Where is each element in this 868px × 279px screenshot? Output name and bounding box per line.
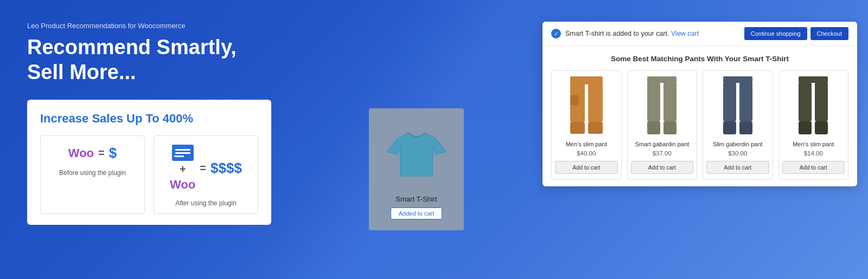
after-formula: + Woo = $$$$ bbox=[170, 145, 242, 192]
sales-card: Increase Sales Up To 400% Woo = $ Before… bbox=[27, 100, 271, 225]
after-label: After using the plugin bbox=[175, 199, 237, 207]
headline-line1: Recommend Smartly, bbox=[27, 36, 237, 59]
after-woo-text: Woo bbox=[170, 178, 195, 192]
after-result: $$$$ bbox=[210, 160, 242, 177]
icon-bar-1 bbox=[175, 149, 190, 151]
before-formula: Woo = $ bbox=[68, 145, 117, 161]
before-operator: = bbox=[98, 147, 105, 159]
before-label: Before using the plugin bbox=[59, 169, 126, 177]
after-equals: = bbox=[200, 162, 206, 174]
before-box: Woo = $ Before using the plugin bbox=[40, 135, 145, 214]
center-product-card: Smart T-Shirt Added to cart bbox=[369, 108, 464, 230]
sales-card-title: Increase Sales Up To 400% bbox=[40, 112, 258, 126]
plugin-icon bbox=[172, 145, 194, 161]
tshirt-svg bbox=[384, 122, 449, 187]
icon-bar-3 bbox=[174, 155, 184, 157]
before-result: $ bbox=[109, 145, 117, 161]
added-to-cart-button[interactable]: Added to cart bbox=[391, 207, 442, 219]
headline-line2: Sell More... bbox=[27, 61, 136, 83]
product-card-inner: Smart T-Shirt Added to cart bbox=[369, 108, 464, 230]
headline: Recommend Smartly, Sell More... bbox=[27, 35, 298, 85]
plus-operator: + bbox=[180, 163, 186, 176]
plugin-name: Leo Product Recommendations for Woocomme… bbox=[27, 22, 298, 30]
center-product-name: Smart T-Shirt bbox=[395, 195, 437, 203]
comparison-row: Woo = $ Before using the plugin bbox=[40, 135, 258, 214]
tshirt-image bbox=[381, 119, 452, 190]
before-woo-text: Woo bbox=[68, 146, 94, 160]
after-box: + Woo = $$$$ After using the plugin bbox=[154, 135, 258, 214]
icon-bar-2 bbox=[175, 152, 190, 154]
left-section: Leo Product Recommendations for Woocomme… bbox=[27, 16, 298, 225]
